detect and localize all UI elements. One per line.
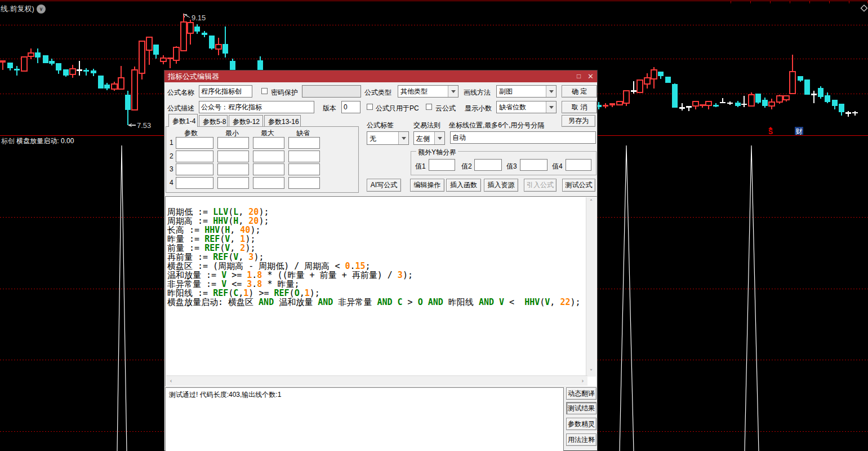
extra-y-value-label: 值3 (506, 162, 517, 171)
candle (762, 98, 768, 108)
import-formula-button[interactable]: 引入公式 (524, 179, 557, 192)
param-input-r3c4[interactable] (288, 163, 320, 175)
param-input-r2c2[interactable] (217, 151, 249, 162)
candle (216, 38, 221, 55)
candle (222, 26, 228, 58)
pc-only-checkbox[interactable] (367, 104, 373, 110)
param-input-r2c4[interactable] (288, 151, 320, 162)
param-input-r1c1[interactable] (176, 137, 213, 149)
param-input-r1c2[interactable] (217, 137, 249, 149)
trade-rule-select[interactable]: 左侧 (413, 131, 445, 145)
version-label: 版本 (323, 104, 336, 113)
tab-参数9-12[interactable]: 参数9-12 (229, 115, 263, 126)
extra-y-input-1[interactable] (429, 159, 455, 171)
formula-name-label: 公式名称 (167, 88, 194, 98)
param-input-r1c4[interactable] (288, 137, 320, 149)
candle (749, 92, 754, 107)
candle (839, 104, 844, 116)
candle (56, 63, 61, 74)
tab-参数13-16[interactable]: 参数13-16 (264, 115, 301, 126)
side-button-测试结果[interactable]: 测试结果 (566, 402, 597, 414)
password-input[interactable] (302, 85, 361, 98)
code-line: 再前量 := REF(V, 3); (167, 253, 581, 262)
candle (202, 31, 207, 37)
dropdown-arrow-icon[interactable] (546, 86, 556, 97)
candle (727, 101, 733, 105)
extra-y-input-2[interactable] (474, 159, 502, 171)
param-input-r4c1[interactable] (176, 177, 213, 189)
password-protect-checkbox[interactable] (261, 88, 268, 94)
param-input-r3c1[interactable] (176, 163, 213, 175)
side-button-动态翻译[interactable]: 动态翻译 (566, 387, 597, 400)
cloud-formula-label: 云公式 (435, 104, 456, 113)
save-as-button[interactable]: 另存为 (562, 115, 595, 127)
trade-rule-label: 交易法则 (413, 121, 440, 130)
candle (777, 95, 782, 104)
param-input-r4c4[interactable] (288, 177, 320, 189)
scroll-down-icon[interactable]: ˅ (586, 367, 596, 377)
candle (194, 24, 200, 34)
vertical-scrollbar[interactable]: ˄ ˅ (586, 197, 596, 377)
candle (845, 111, 851, 117)
param-row-label: 1 (170, 139, 173, 147)
dropdown-arrow-icon[interactable] (546, 101, 556, 113)
scroll-up-icon[interactable]: ˄ (586, 197, 596, 207)
candle (173, 46, 179, 64)
formula-code[interactable]: 周期低 := LLV(L, 20);周期高 := HHV(H, 20);长高 :… (167, 207, 581, 307)
formula-tag-select[interactable]: 无 (367, 131, 409, 145)
maximize-icon[interactable]: □ (575, 72, 583, 81)
axis-position-label: 坐标线位置,最多6个,用分号分隔 (449, 121, 544, 130)
extra-y-legend: 额外Y轴分界 (416, 148, 458, 157)
axis-position-input[interactable]: 自动 (450, 131, 596, 144)
formula-desc-input[interactable]: 公众号：程序化指标 (199, 101, 314, 113)
decimals-select[interactable]: 缺省位数 (496, 101, 557, 113)
param-input-r3c3[interactable] (253, 163, 284, 175)
scroll-right-icon[interactable]: › (578, 376, 587, 386)
insert-function-button[interactable]: 插入函数 (446, 179, 481, 192)
cloud-formula-checkbox[interactable] (426, 104, 432, 110)
param-input-r4c3[interactable] (253, 177, 284, 189)
candle (7, 63, 13, 70)
param-input-r4c2[interactable] (217, 177, 249, 189)
param-input-r1c3[interactable] (253, 137, 284, 149)
candle (188, 20, 193, 45)
formula-type-select[interactable]: 其他类型 (398, 85, 459, 98)
edit-ops-button[interactable]: 编辑操作 (410, 179, 444, 192)
formula-editor-dialog: 指标公式编辑器 □ ✕ 公式名称 程序化指标创 密码保护 公式类型 其他类型 画… (164, 70, 598, 451)
dropdown-arrow-icon[interactable] (434, 132, 444, 144)
candle (153, 45, 159, 59)
chevron-down-icon[interactable]: ∨ (37, 5, 46, 14)
price-annotation: 9.15 (192, 14, 206, 22)
side-button-参数精灵[interactable]: 参数精灵 (566, 418, 597, 430)
candle (706, 101, 711, 109)
dropdown-arrow-icon[interactable] (448, 86, 458, 97)
candle (230, 59, 235, 70)
dialog-titlebar[interactable]: 指标公式编辑器 (164, 70, 597, 82)
sell-marker-text: S (768, 128, 773, 136)
version-input[interactable]: 0 (341, 101, 360, 113)
cancel-button[interactable]: 取 消 (562, 101, 597, 113)
ai-formula-button[interactable]: AI写公式 (367, 179, 401, 192)
side-button-用法注释[interactable]: 用法注释 (566, 434, 597, 446)
tab-参数5-8[interactable]: 参数5-8 (199, 115, 228, 126)
param-input-r2c3[interactable] (253, 151, 284, 162)
dropdown-arrow-icon[interactable] (398, 132, 408, 144)
draw-method-select[interactable]: 副图 (496, 85, 557, 98)
candle (818, 86, 824, 99)
code-editor[interactable]: 周期低 := LLV(L, 20);周期高 := HHV(H, 20);长高 :… (165, 196, 597, 387)
extra-y-input-3[interactable] (520, 159, 547, 171)
tab-参数1-4[interactable]: 参数1-4 (168, 114, 198, 127)
extra-y-input-4[interactable] (566, 159, 591, 171)
close-icon[interactable]: ✕ (586, 72, 595, 81)
scroll-left-icon[interactable]: ‹ (166, 376, 176, 386)
test-formula-button[interactable]: 测试公式 (562, 179, 595, 192)
insert-resource-button[interactable]: 插入资源 (484, 179, 518, 192)
ok-button[interactable]: 确 定 (562, 85, 597, 98)
param-input-r3c2[interactable] (217, 163, 249, 175)
candle (624, 91, 629, 106)
param-row-label: 3 (170, 165, 173, 173)
horizontal-scrollbar[interactable]: ‹ › (166, 375, 587, 386)
status-text: 测试通过! 代码长度:403,输出线个数:1 (169, 390, 281, 400)
formula-name-input[interactable]: 程序化指标创 (199, 85, 252, 98)
param-input-r2c1[interactable] (176, 151, 213, 162)
